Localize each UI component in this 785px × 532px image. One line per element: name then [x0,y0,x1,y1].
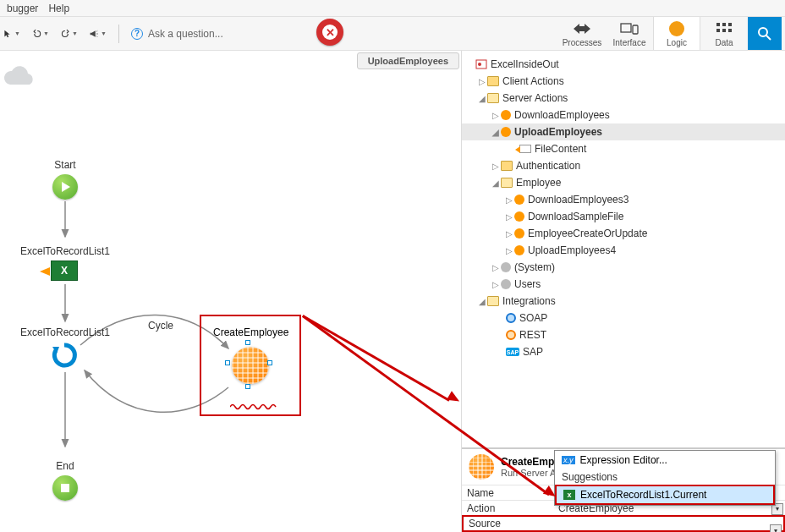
interface-icon [620,19,639,38]
source-dropdown-icon[interactable]: ▾ [770,524,782,532]
svg-rect-1 [633,25,638,34]
start-node[interactable] [52,174,78,200]
svg-line-9 [766,36,771,40]
tree-integrations[interactable]: ◢Integrations [462,293,785,310]
tree-rest[interactable]: REST [462,326,785,343]
tool-pointer-icon[interactable]: ▼ [3,25,20,42]
excel-to-record-list-node[interactable]: X [51,261,78,281]
error-underline-icon [230,403,281,411]
excel-node-label: ExcelToRecordList1 [20,245,110,257]
svg-rect-0 [621,24,631,32]
tree-users[interactable]: ▷Users [462,276,785,293]
dropdown-suggestion-current[interactable]: x ExcelToRecordList1.Current [555,485,775,505]
create-employee-node[interactable] [232,347,269,384]
data-icon [715,19,733,38]
tree-client-actions[interactable]: ▷Client Actions [462,73,785,90]
tree-soap[interactable]: SOAP [462,310,785,326]
svg-rect-6 [722,29,726,32]
search-icon [757,26,772,41]
logic-icon [667,19,686,38]
tab-data[interactable]: Data [700,17,748,50]
tree-system[interactable]: ▷(System) [462,259,785,276]
svg-rect-4 [728,23,732,26]
tree-root[interactable]: ExcelInsideOut [462,56,785,73]
error-badge-icon[interactable]: ✕ [316,19,343,46]
end-label: End [56,460,74,472]
megaphone-icon[interactable]: ▼ [90,25,107,42]
create-employee-label: CreateEmployee [213,326,288,338]
tree-authentication[interactable]: ▷Authentication [462,157,785,174]
tree-download-employees3[interactable]: ▷DownloadEmployees3 [462,191,785,208]
dropdown-suggestions-header: Suggestions [555,469,775,485]
tree-employee-create-or-update[interactable]: ▷EmployeeCreateOrUpdate [462,225,785,242]
end-node[interactable] [52,475,78,501]
start-label: Start [54,159,75,171]
excel-small-icon: x [563,490,575,500]
redo-icon[interactable]: ▼ [61,25,78,42]
search-button[interactable] [748,17,782,50]
menu-bar: bugger Help [0,0,785,17]
tree-download-employees[interactable]: ▷DownloadEmployees [462,107,785,123]
toolbar: ▼ ▼ ▼ ▼ ? Ask a question... ✕ Processes … [0,17,785,51]
tab-logic[interactable]: Logic [653,17,700,50]
menu-item-help[interactable]: Help [48,3,69,14]
question-icon: ? [131,28,143,40]
svg-rect-5 [716,29,720,32]
flow-canvas[interactable]: UploadEmployees Start ExcelToRecordList1 [0,51,462,532]
tree-sap[interactable]: SAPSAP [462,343,785,360]
for-each-cycle-node[interactable] [51,342,78,369]
tree-file-content[interactable]: FileContent [462,140,785,157]
tab-interface[interactable]: Interface [606,17,653,50]
tab-processes[interactable]: Processes [558,17,606,50]
undo-icon[interactable]: ▼ [32,25,49,42]
dropdown-expression-editor[interactable]: x.y Expression Editor... [555,451,775,469]
run-server-action-icon [469,454,494,480]
tree-employee-folder[interactable]: ◢Employee [462,174,785,191]
svg-point-8 [759,28,767,36]
source-dropdown-popup: x.y Expression Editor... Suggestions x E… [554,450,776,506]
expression-icon: x.y [562,456,575,464]
tree-download-sample-file[interactable]: ▷DownloadSampleFile [462,208,785,225]
cycle-edge-label: Cycle [148,320,173,332]
tree-upload-employees[interactable]: ◢UploadEmployees [462,123,785,140]
ask-question-input[interactable]: ? Ask a question... [131,28,223,40]
import-arrow-icon [40,267,50,276]
ask-question-placeholder: Ask a question... [148,28,223,40]
tree-server-actions[interactable]: ◢Server Actions [462,90,785,107]
tree-upload-employees4[interactable]: ▷UploadEmployees4 [462,242,785,259]
cycle-node-label: ExcelToRecordList1 [20,326,110,338]
menu-item-debugger[interactable]: bugger [7,3,38,14]
svg-rect-2 [716,23,720,26]
logic-tree[interactable]: ExcelInsideOut ▷Client Actions ◢Server A… [462,51,785,448]
svg-rect-7 [728,29,732,32]
svg-point-14 [478,63,481,66]
prop-row-source[interactable]: Source ▾ [462,515,785,532]
svg-rect-3 [722,23,726,26]
processes-icon [573,19,591,38]
